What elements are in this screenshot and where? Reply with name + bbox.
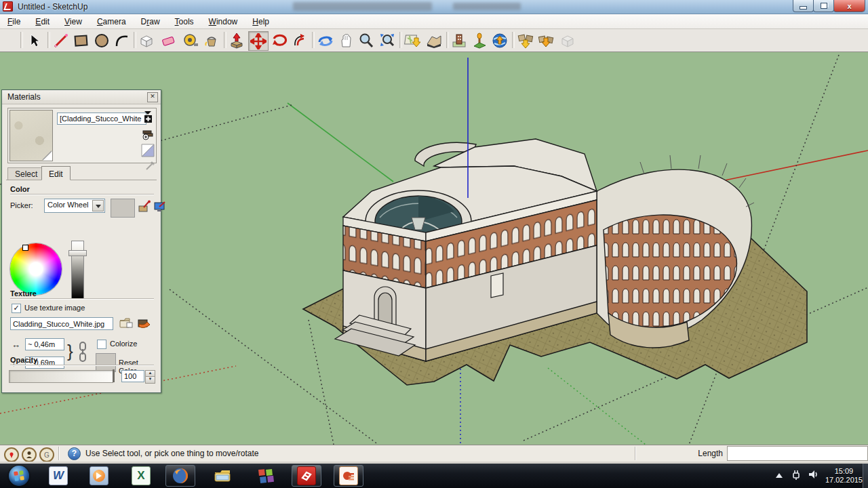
green-axis: [288, 103, 393, 182]
eraser-tool-icon[interactable]: [159, 31, 178, 49]
toolbar-separator: [224, 32, 226, 48]
close-button[interactable]: x: [833, 0, 865, 12]
picker-row: Picker: Color Wheel: [10, 199, 154, 218]
default-material-swatch[interactable]: [141, 144, 155, 157]
menu-edit[interactable]: Edit: [28, 16, 57, 28]
tray-time: 15:09: [825, 467, 863, 476]
menu-tools[interactable]: Tools: [167, 16, 201, 28]
taskbar-icon-color-tiles[interactable]: [251, 465, 281, 487]
wall-niche: [491, 273, 503, 298]
materials-panel-titlebar[interactable]: Materials ✕: [2, 90, 161, 104]
tray-date: 17.02.2015: [825, 476, 863, 485]
zoom-extents-tool-icon[interactable]: [378, 31, 397, 49]
zoom-tool-icon[interactable]: [357, 31, 376, 49]
toolbar-separator: [134, 32, 136, 48]
color-wheel[interactable]: [10, 243, 62, 295]
make-component-tool-icon[interactable]: [137, 31, 156, 49]
picker-dropdown[interactable]: Color Wheel: [44, 199, 105, 213]
select-tool-icon[interactable]: [25, 31, 44, 49]
power-plug-icon[interactable]: [790, 469, 801, 483]
materials-close-icon[interactable]: ✕: [147, 92, 158, 102]
divider: [10, 194, 154, 195]
tray-expand-icon[interactable]: [775, 470, 783, 482]
use-texture-label: Use texture image: [24, 304, 85, 312]
texture-filename-input[interactable]: [10, 317, 113, 330]
color-section-header: Color: [10, 185, 30, 193]
opacity-input[interactable]: [121, 370, 144, 382]
taskbar-icon-excel[interactable]: X: [126, 465, 156, 487]
color-wheel-selector[interactable]: [22, 245, 28, 251]
use-texture-checkbox[interactable]: ✓: [12, 304, 21, 313]
system-tray: 15:09 17.02.2015: [775, 464, 863, 488]
color-value-slider[interactable]: [71, 241, 84, 299]
preview-in-google-earth-icon[interactable]: [490, 31, 509, 49]
redacted-text: [293, 2, 432, 11]
taskbar-icon-media-player[interactable]: [84, 465, 114, 487]
toggle-terrain-icon[interactable]: [425, 31, 443, 49]
tab-edit[interactable]: Edit: [41, 166, 71, 180]
set-default-material-button[interactable]: [141, 127, 155, 141]
menu-help[interactable]: Help: [245, 16, 277, 28]
circle-tool-icon[interactable]: [92, 31, 111, 49]
toolbar-separator: [512, 32, 515, 48]
menu-file[interactable]: File: [0, 16, 28, 28]
window-title: Untitled - SketchUp: [18, 2, 87, 12]
menu-view[interactable]: View: [57, 16, 90, 28]
windows-flag-icon: [9, 466, 29, 486]
add-new-building-icon[interactable]: [470, 31, 489, 49]
taskbar-icon-sketchup[interactable]: [292, 465, 321, 487]
taskbar-icon-word[interactable]: W: [43, 465, 73, 487]
material-name-input[interactable]: [57, 113, 146, 125]
toolbar-separator: [399, 32, 402, 48]
tape-measure-tool-icon[interactable]: [181, 31, 200, 49]
pan-tool-icon[interactable]: [336, 31, 355, 49]
arc-tool-icon[interactable]: [113, 31, 132, 49]
brace: }: [67, 341, 73, 362]
show-desktop-button[interactable]: [863, 464, 868, 488]
photo-textures-icon[interactable]: [450, 31, 469, 49]
color-value-slider-handle[interactable]: [68, 250, 87, 256]
paint-bucket-tool-icon[interactable]: [202, 31, 221, 49]
current-color-swatch: [111, 199, 135, 218]
get-models-icon[interactable]: [516, 31, 535, 49]
add-location-icon[interactable]: [403, 31, 422, 49]
restore-button[interactable]: [813, 0, 834, 12]
opacity-slider-handle[interactable]: [113, 369, 115, 382]
menu-camera[interactable]: Camera: [90, 16, 134, 28]
length-label: Length: [0, 449, 723, 458]
match-screen-color-button[interactable]: [153, 200, 167, 215]
toolbar-separator: [446, 32, 449, 48]
push-pull-tool-icon[interactable]: [227, 31, 246, 49]
share-model-icon[interactable]: [536, 31, 555, 49]
length-input[interactable]: [727, 446, 868, 461]
opacity-spin-down[interactable]: ▼: [145, 376, 155, 384]
menu-window[interactable]: Window: [201, 16, 245, 28]
component-options-icon: [558, 31, 577, 49]
match-object-color-button[interactable]: [138, 200, 151, 215]
edit-texture-button[interactable]: [136, 316, 151, 331]
taskbar-icon-powerpoint[interactable]: [334, 465, 363, 487]
taskbar-icon-explorer[interactable]: [208, 465, 237, 487]
colorize-checkbox[interactable]: [97, 340, 106, 349]
start-button[interactable]: [4, 465, 34, 487]
create-material-button[interactable]: [141, 110, 155, 123]
tray-clock[interactable]: 15:09 17.02.2015: [825, 467, 863, 485]
offset-tool-icon[interactable]: [290, 31, 309, 49]
toolbar-separator: [47, 32, 50, 48]
orbit-tool-icon[interactable]: [316, 31, 335, 49]
minimize-button[interactable]: [793, 0, 814, 12]
green-axis-dotted: [548, 368, 646, 445]
volume-icon[interactable]: [808, 469, 818, 483]
texture-width-input[interactable]: [25, 338, 64, 350]
taskbar-icon-firefox[interactable]: [165, 465, 195, 487]
link-chain-icon[interactable]: [78, 341, 87, 365]
browse-texture-button[interactable]: [119, 317, 134, 331]
menu-draw[interactable]: Draw: [134, 16, 167, 28]
line-tool-icon[interactable]: [52, 31, 71, 49]
move-tool-icon[interactable]: [248, 31, 269, 51]
chevron-down-icon[interactable]: [92, 200, 104, 211]
opacity-slider[interactable]: [9, 370, 113, 383]
tab-select[interactable]: Select: [7, 167, 45, 180]
rectangle-tool-icon[interactable]: [72, 31, 91, 49]
rotate-tool-icon[interactable]: [270, 31, 289, 49]
